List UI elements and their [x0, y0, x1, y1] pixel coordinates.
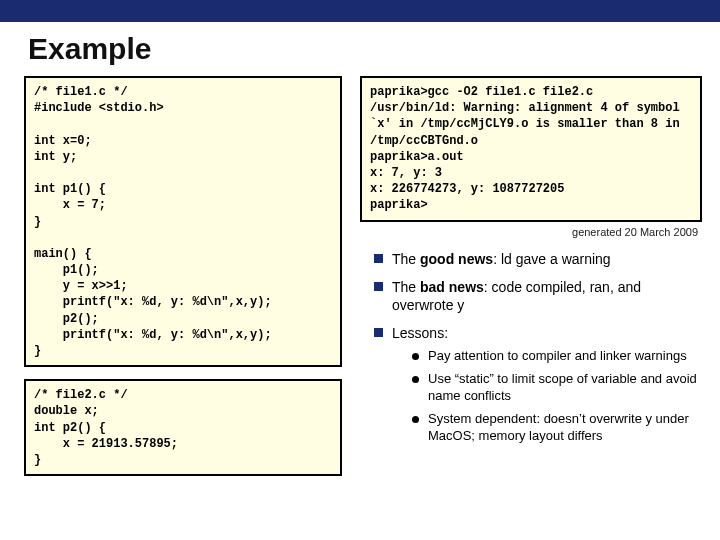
sub-bullet: System dependent: doesn’t overwrite y un… [412, 411, 702, 445]
header-bar [0, 0, 720, 22]
text: Lessons: [392, 325, 448, 341]
slide-title: Example [0, 22, 720, 76]
text-bold: good news [420, 251, 493, 267]
bullet-list: The good news: ld gave a warning The bad… [360, 250, 702, 455]
sub-bullet: Pay attention to compiler and linker war… [412, 348, 702, 365]
generated-note: generated 20 March 2009 [360, 222, 702, 248]
bullet-good-news: The good news: ld gave a warning [374, 250, 702, 268]
text: : ld gave a warning [493, 251, 611, 267]
bullet-lessons: Lessons: Pay attention to compiler and l… [374, 324, 702, 445]
text: The [392, 251, 420, 267]
sub-bullets: Pay attention to compiler and linker war… [392, 348, 702, 444]
bullet-bad-news: The bad news: code compiled, ran, and ov… [374, 278, 702, 314]
terminal-output: paprika>gcc -O2 file1.c file2.c /usr/bin… [360, 76, 702, 222]
code-file2: /* file2.c */ double x; int p2() { x = 2… [24, 379, 342, 476]
left-column: /* file1.c */ #include <stdio.h> int x=0… [24, 76, 342, 476]
content-area: /* file1.c */ #include <stdio.h> int x=0… [0, 76, 720, 476]
text: The [392, 279, 420, 295]
code-file1: /* file1.c */ #include <stdio.h> int x=0… [24, 76, 342, 367]
text-bold: bad news [420, 279, 484, 295]
sub-bullet: Use “static” to limit scope of variable … [412, 371, 702, 405]
right-column: paprika>gcc -O2 file1.c file2.c /usr/bin… [360, 76, 702, 476]
